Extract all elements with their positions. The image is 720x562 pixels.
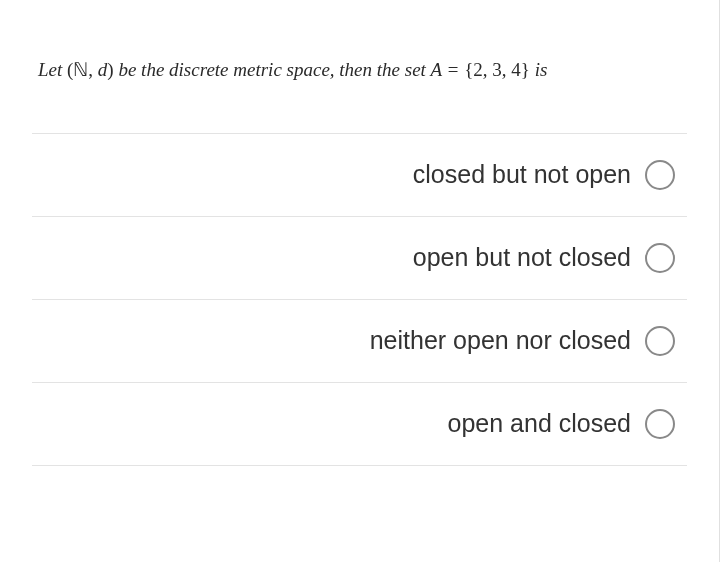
- option-label: neither open nor closed: [370, 326, 631, 355]
- brace-open: {: [464, 59, 473, 80]
- natural-numbers-symbol: ℕ: [73, 59, 88, 80]
- radio-icon[interactable]: [645, 160, 675, 190]
- option-row[interactable]: closed but not open: [32, 133, 687, 216]
- option-label: open and closed: [448, 409, 631, 438]
- option-row[interactable]: open but not closed: [32, 216, 687, 299]
- paren-close: ): [107, 59, 118, 80]
- option-row[interactable]: open and closed: [32, 382, 687, 466]
- sep: ,: [88, 59, 98, 80]
- option-row[interactable]: neither open nor closed: [32, 299, 687, 382]
- radio-icon[interactable]: [645, 409, 675, 439]
- metric-var: d: [98, 59, 108, 80]
- question-text-suffix: is: [535, 59, 548, 80]
- question-text-mid: be the discrete metric space, then the s…: [118, 59, 430, 80]
- question-text-prefix: Let: [38, 59, 67, 80]
- question-prompt: Let (ℕ, d) be the discrete metric space,…: [0, 0, 719, 133]
- option-label: closed but not open: [413, 160, 631, 189]
- radio-icon[interactable]: [645, 243, 675, 273]
- brace-close: }: [521, 59, 535, 80]
- set-lhs: A =: [431, 59, 465, 80]
- radio-icon[interactable]: [645, 326, 675, 356]
- set-values: 2, 3, 4: [473, 59, 521, 80]
- options-list: closed but not open open but not closed …: [0, 133, 719, 490]
- option-label: open but not closed: [413, 243, 631, 272]
